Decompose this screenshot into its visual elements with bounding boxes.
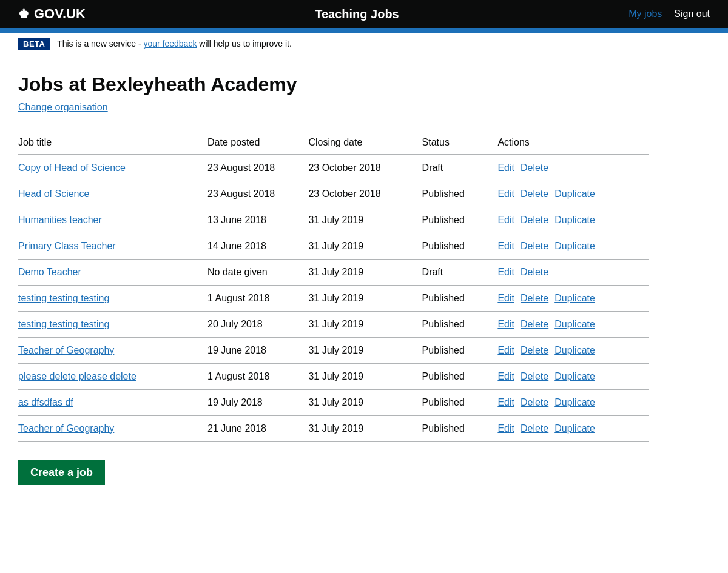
job-closing-date: 31 July 2019	[308, 260, 422, 286]
job-closing-date: 31 July 2019	[308, 286, 422, 312]
feedback-link[interactable]: your feedback	[143, 39, 197, 49]
job-title-link[interactable]: Copy of Head of Science	[18, 163, 126, 173]
job-action-edit[interactable]: Edit	[497, 345, 514, 356]
job-status: Published	[422, 312, 498, 338]
job-action-edit[interactable]: Edit	[497, 241, 514, 252]
beta-banner: BETA This is a new service - your feedba…	[0, 33, 728, 55]
job-actions: EditDeleteDuplicate	[497, 397, 643, 408]
job-title-link[interactable]: Teacher of Geography	[18, 345, 114, 355]
job-date-posted: 20 July 2018	[207, 312, 308, 338]
job-title-link[interactable]: testing testing testing	[18, 319, 109, 329]
job-title-link[interactable]: Teacher of Geography	[18, 423, 114, 434]
job-status: Draft	[422, 155, 498, 181]
job-action-delete[interactable]: Delete	[521, 371, 548, 382]
my-jobs-link[interactable]: My jobs	[629, 8, 662, 19]
job-action-delete[interactable]: Delete	[521, 319, 548, 330]
job-actions: EditDelete	[497, 163, 643, 173]
create-job-button[interactable]: Create a job	[18, 460, 105, 485]
job-action-edit[interactable]: Edit	[497, 371, 514, 382]
job-action-edit[interactable]: Edit	[497, 397, 514, 408]
job-action-delete[interactable]: Delete	[521, 345, 548, 356]
table-row: testing testing testing20 July 201831 Ju…	[18, 312, 649, 338]
job-title-link[interactable]: Head of Science	[18, 189, 89, 199]
job-title-link[interactable]: Humanities teacher	[18, 215, 102, 225]
job-action-duplicate[interactable]: Duplicate	[554, 397, 595, 408]
job-closing-date: 31 July 2019	[308, 364, 422, 390]
page-title: Jobs at Bexleyheath Academy	[18, 73, 649, 96]
crown-icon: ♚	[18, 7, 29, 21]
job-action-delete[interactable]: Delete	[521, 397, 548, 408]
job-date-posted: 21 June 2018	[207, 416, 308, 442]
job-action-duplicate[interactable]: Duplicate	[554, 319, 595, 330]
table-row: testing testing testing1 August 201831 J…	[18, 286, 649, 312]
job-action-duplicate[interactable]: Duplicate	[554, 189, 595, 199]
job-action-edit[interactable]: Edit	[497, 163, 514, 173]
job-action-delete[interactable]: Delete	[521, 267, 548, 278]
col-header-date-posted: Date posted	[207, 131, 308, 155]
job-action-edit[interactable]: Edit	[497, 189, 514, 199]
job-date-posted: 19 July 2018	[207, 390, 308, 416]
table-row: Teacher of Geography19 June 201831 July …	[18, 338, 649, 364]
job-title-link[interactable]: please delete please delete	[18, 371, 136, 381]
job-action-duplicate[interactable]: Duplicate	[554, 371, 595, 382]
job-action-delete[interactable]: Delete	[521, 423, 548, 434]
table-row: Humanities teacher13 June 201831 July 20…	[18, 207, 649, 233]
job-status: Published	[422, 233, 498, 260]
job-actions: EditDeleteDuplicate	[497, 293, 643, 304]
site-header: ♚ GOV.UK Teaching Jobs My jobs Sign out	[0, 0, 728, 28]
beta-suffix: will help us to improve it.	[199, 39, 292, 49]
main-content: Jobs at Bexleyheath Academy Change organ…	[0, 55, 667, 521]
job-action-edit[interactable]: Edit	[497, 215, 514, 226]
job-closing-date: 31 July 2019	[308, 416, 422, 442]
job-date-posted: No date given	[207, 260, 308, 286]
table-row: Copy of Head of Science23 August 201823 …	[18, 155, 649, 181]
job-title-link[interactable]: Demo Teacher	[18, 267, 81, 277]
change-organisation-link[interactable]: Change organisation	[18, 102, 108, 113]
job-closing-date: 31 July 2019	[308, 338, 422, 364]
job-action-duplicate[interactable]: Duplicate	[554, 293, 595, 304]
job-status: Published	[422, 364, 498, 390]
job-closing-date: 31 July 2019	[308, 207, 422, 233]
beta-text: This is a new service -	[57, 39, 141, 49]
beta-tag: BETA	[18, 38, 50, 50]
job-date-posted: 23 August 2018	[207, 155, 308, 181]
job-action-delete[interactable]: Delete	[521, 215, 548, 226]
col-header-title: Job title	[18, 131, 207, 155]
job-date-posted: 14 June 2018	[207, 233, 308, 260]
job-date-posted: 1 August 2018	[207, 286, 308, 312]
job-closing-date: 31 July 2019	[308, 233, 422, 260]
job-action-delete[interactable]: Delete	[521, 163, 548, 173]
job-closing-date: 31 July 2019	[308, 390, 422, 416]
blue-accent-bar	[0, 28, 728, 33]
job-closing-date: 23 October 2018	[308, 181, 422, 207]
job-action-duplicate[interactable]: Duplicate	[554, 215, 595, 226]
job-action-edit[interactable]: Edit	[497, 267, 514, 278]
sign-out-link[interactable]: Sign out	[674, 8, 710, 19]
job-action-duplicate[interactable]: Duplicate	[554, 345, 595, 356]
job-action-edit[interactable]: Edit	[497, 423, 514, 434]
job-title-link[interactable]: as dfsdfas df	[18, 397, 73, 407]
job-status: Published	[422, 181, 498, 207]
job-action-delete[interactable]: Delete	[521, 189, 548, 199]
table-row: as dfsdfas df19 July 201831 July 2019Pub…	[18, 390, 649, 416]
job-actions: EditDeleteDuplicate	[497, 319, 643, 330]
logo-text: GOV.UK	[34, 6, 86, 22]
header-nav: My jobs Sign out	[629, 8, 710, 19]
job-actions: EditDeleteDuplicate	[497, 241, 643, 252]
job-status: Published	[422, 338, 498, 364]
job-title-link[interactable]: Primary Class Teacher	[18, 241, 116, 251]
job-actions: EditDeleteDuplicate	[497, 423, 643, 434]
site-title: Teaching Jobs	[110, 7, 604, 21]
job-action-duplicate[interactable]: Duplicate	[554, 423, 595, 434]
job-title-link[interactable]: testing testing testing	[18, 293, 109, 303]
col-header-status: Status	[422, 131, 498, 155]
table-row: Primary Class Teacher14 June 201831 July…	[18, 233, 649, 260]
job-action-delete[interactable]: Delete	[521, 241, 548, 252]
job-date-posted: 1 August 2018	[207, 364, 308, 390]
job-action-delete[interactable]: Delete	[521, 293, 548, 304]
job-action-edit[interactable]: Edit	[497, 319, 514, 330]
job-action-edit[interactable]: Edit	[497, 293, 514, 304]
gov-uk-logo[interactable]: ♚ GOV.UK	[18, 6, 86, 22]
job-action-duplicate[interactable]: Duplicate	[554, 241, 595, 252]
job-actions: EditDeleteDuplicate	[497, 371, 643, 382]
